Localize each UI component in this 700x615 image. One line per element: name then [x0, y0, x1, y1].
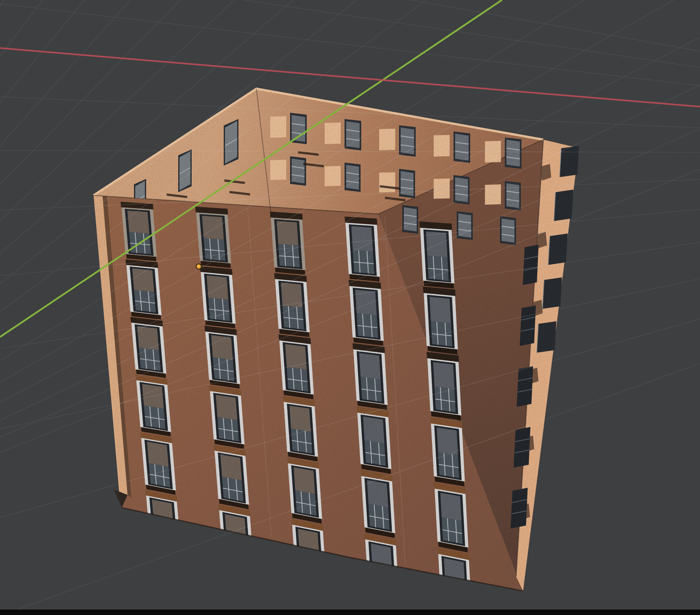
viewport-3d[interactable]: [0, 0, 700, 615]
bottom-letterbox-bar: [0, 610, 700, 615]
object-origin-dot[interactable]: [196, 264, 202, 270]
